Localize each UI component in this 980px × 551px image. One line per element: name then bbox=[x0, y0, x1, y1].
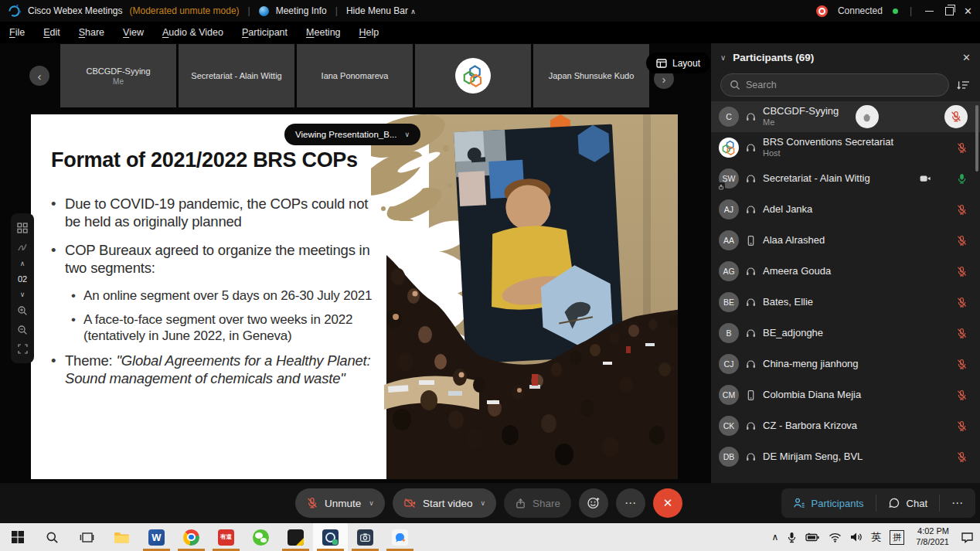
annotate-pen-icon[interactable] bbox=[17, 242, 28, 253]
moderated-mode-label: (Moderated unmute mode) bbox=[130, 5, 240, 16]
participant-row[interactable]: C CBCGDF-Syying Me bbox=[711, 101, 980, 132]
headset-icon bbox=[745, 328, 757, 339]
tray-mic-icon[interactable] bbox=[787, 532, 797, 543]
collapse-panel-icon[interactable]: ∨ bbox=[720, 53, 726, 62]
participant-row[interactable]: BE Bates, Ellie bbox=[711, 287, 980, 318]
ime-pinyin-indicator[interactable]: 拼 bbox=[890, 530, 904, 545]
meeting-info-button[interactable]: Meeting Info bbox=[276, 5, 327, 16]
mic-muted-icon[interactable] bbox=[944, 105, 968, 128]
menu-item-view[interactable]: View bbox=[123, 27, 144, 38]
avatar-initials: SW bbox=[723, 174, 736, 183]
tray-wifi-icon[interactable] bbox=[829, 532, 842, 542]
maximize-button[interactable] bbox=[945, 7, 954, 15]
webex-logo-icon bbox=[8, 5, 21, 18]
share-icon bbox=[515, 498, 526, 509]
video-tile[interactable]: Iana Ponomareva bbox=[297, 44, 413, 107]
mic-muted-icon bbox=[956, 142, 968, 154]
video-tile[interactable] bbox=[415, 44, 531, 107]
brs-logo-icon bbox=[455, 58, 491, 94]
minimize-button[interactable] bbox=[925, 11, 934, 12]
participants-toggle-button[interactable]: Participants bbox=[781, 488, 876, 518]
taskbar-youdao[interactable]: 有道 bbox=[209, 523, 243, 551]
page-up-icon[interactable]: ∧ bbox=[20, 261, 26, 266]
hide-menu-bar-button[interactable]: Hide Menu Bar ∧ bbox=[346, 5, 416, 16]
participants-scrollbar[interactable] bbox=[975, 105, 978, 172]
taskbar-chrome[interactable] bbox=[174, 523, 209, 551]
slide-bullet: Due to COVID-19 pandemic, the COPs could… bbox=[51, 195, 382, 231]
unmute-button[interactable]: Unmute ∨ bbox=[295, 488, 385, 518]
participant-row[interactable]: BRS Conventions Secretariat Host bbox=[711, 132, 980, 163]
participant-row[interactable]: AA Alaa Alrashed bbox=[711, 225, 980, 256]
menu-item-help[interactable]: Help bbox=[359, 27, 379, 38]
participant-row[interactable]: B BE_adjonghe bbox=[711, 318, 980, 349]
thumbnails-grid-icon[interactable] bbox=[17, 223, 28, 233]
menu-item-audio-video[interactable]: Audio & Video bbox=[162, 27, 223, 38]
taskbar-file-explorer[interactable] bbox=[104, 523, 139, 551]
chrome-icon bbox=[183, 529, 199, 546]
taskbar-camera-app[interactable] bbox=[348, 523, 383, 551]
ime-language-indicator[interactable]: 英 bbox=[871, 530, 881, 544]
participant-row[interactable]: CK CZ - Barbora Krizova bbox=[711, 410, 980, 441]
phone-icon bbox=[745, 235, 757, 247]
search-input[interactable] bbox=[720, 73, 949, 97]
task-view-button[interactable] bbox=[70, 523, 104, 551]
close-window-button[interactable]: ✕ bbox=[964, 5, 972, 17]
layout-button[interactable]: Layout bbox=[646, 53, 710, 73]
start-button[interactable] bbox=[0, 523, 35, 551]
participant-name: Bates, Ellie bbox=[763, 297, 813, 308]
menu-item-meeting[interactable]: Meeting bbox=[306, 27, 340, 38]
tile-name: Iana Ponomareva bbox=[322, 71, 389, 80]
tray-volume-icon[interactable] bbox=[850, 532, 863, 542]
taskbar-clock[interactable]: 4:02 PM 7/8/2021 bbox=[913, 526, 952, 548]
reactions-button[interactable] bbox=[579, 488, 608, 518]
taskbar-word[interactable]: W bbox=[139, 523, 174, 551]
menu-item-participant[interactable]: Participant bbox=[242, 27, 288, 38]
action-center-icon[interactable] bbox=[961, 532, 974, 543]
menu-item-edit[interactable]: Edit bbox=[43, 27, 60, 38]
video-tile[interactable]: CBCGDF-SyyingMe bbox=[60, 44, 176, 107]
participant-name: CZ - Barbora Krizova bbox=[763, 420, 857, 432]
meeting-info-icon[interactable] bbox=[259, 6, 269, 16]
taskbar-search-button[interactable] bbox=[35, 523, 70, 551]
participant-row[interactable]: SW Secretariat - Alain Wittig bbox=[711, 163, 980, 194]
menu-item-file[interactable]: File bbox=[9, 27, 25, 38]
taskbar-notes-app[interactable] bbox=[278, 523, 313, 551]
viewing-presentation-label: Viewing Presentation_B... bbox=[295, 130, 396, 139]
participant-search[interactable] bbox=[720, 73, 949, 97]
page-down-icon[interactable]: ∨ bbox=[20, 292, 26, 297]
brs-logo-icon bbox=[721, 140, 737, 155]
tray-battery-icon[interactable] bbox=[805, 532, 820, 542]
record-indicator-icon[interactable] bbox=[816, 5, 828, 17]
more-panels-button[interactable]: ⋯ bbox=[940, 488, 975, 518]
taskbar-webex[interactable] bbox=[313, 523, 348, 551]
zoom-in-icon[interactable] bbox=[17, 305, 28, 316]
zoom-out-icon[interactable] bbox=[17, 325, 28, 335]
participant-row[interactable]: AG Ameera Gouda bbox=[711, 256, 980, 287]
participant-row[interactable]: CJ China-meng jianhong bbox=[711, 349, 980, 379]
viewing-presentation-pill[interactable]: Viewing Presentation_B... ∨ bbox=[284, 124, 420, 145]
search-icon bbox=[45, 530, 60, 545]
video-tile[interactable]: Japan Shunsuke Kudo bbox=[533, 44, 649, 107]
mic-muted-icon bbox=[956, 235, 968, 247]
sort-participants-icon[interactable] bbox=[957, 79, 971, 91]
close-panel-button[interactable]: ✕ bbox=[962, 52, 971, 63]
filmstrip-prev-button[interactable]: ‹ bbox=[29, 66, 49, 86]
tile-sub-label: Me bbox=[113, 77, 124, 86]
chat-toggle-button[interactable]: Chat bbox=[876, 488, 939, 518]
fit-view-icon[interactable] bbox=[18, 344, 28, 354]
leave-meeting-button[interactable]: ✕ bbox=[653, 488, 682, 518]
participant-row[interactable]: CM Colombia Diana Mejia bbox=[711, 379, 980, 410]
taskbar-chat-app[interactable] bbox=[383, 523, 417, 551]
video-tile[interactable]: Secretariat - Alain Wittig bbox=[179, 44, 294, 107]
tray-expand-icon[interactable]: ∧ bbox=[771, 532, 778, 542]
participant-row[interactable]: DB DE Mirijam Seng, BVL bbox=[711, 441, 980, 472]
participant-row[interactable]: AJ Adel Janka bbox=[711, 194, 980, 225]
chevron-down-icon[interactable]: ∨ bbox=[369, 499, 374, 507]
start-video-button[interactable]: Start video ∨ bbox=[393, 488, 496, 518]
menu-item-share[interactable]: Share bbox=[79, 27, 104, 38]
taskbar-wechat[interactable] bbox=[243, 523, 278, 551]
share-button[interactable]: Share bbox=[504, 488, 571, 518]
raised-hand-icon[interactable] bbox=[856, 105, 879, 128]
chevron-down-icon[interactable]: ∨ bbox=[480, 499, 485, 507]
more-options-button[interactable]: ⋯ bbox=[616, 488, 645, 518]
